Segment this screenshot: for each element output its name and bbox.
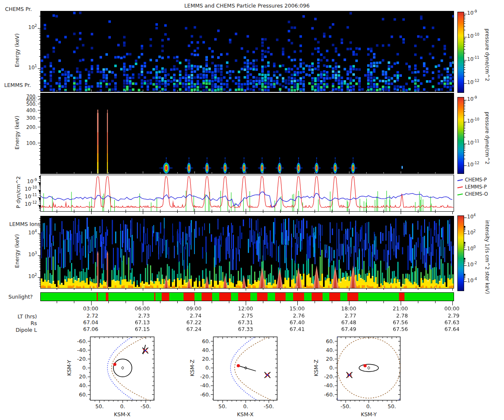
- colorbar-tick-label: 10-11: [467, 140, 479, 146]
- y-minor-tick: [39, 199, 41, 200]
- sunlight-on-segment: [194, 293, 202, 301]
- time-axis-tick: [177, 301, 178, 303]
- y-minor-tick: [39, 208, 41, 208]
- svg-text:20.: 20.: [79, 373, 87, 380]
- y-minor-tick: [39, 256, 41, 257]
- y-minor-tick: [39, 205, 41, 206]
- panel-gap-tick: [366, 289, 367, 290]
- colorbar-minor-tick: [464, 274, 465, 274]
- sunlight-on-segment: [286, 293, 293, 301]
- saturn-origin-diamond: [368, 367, 370, 370]
- lemms-panel-label: LEMMS Pr.: [4, 82, 31, 88]
- y-minor-tick: [39, 286, 41, 286]
- ephemeris-value: 67.22: [176, 319, 202, 326]
- legend-label: LEMMS-P: [465, 184, 487, 190]
- y-major-tick: [38, 277, 41, 278]
- ephemeris-value: 67.56: [383, 326, 408, 332]
- sunlight-off-segment: [329, 293, 340, 301]
- colorbar-tick-label: 10-12: [467, 162, 479, 168]
- panel-gap-tick: [263, 212, 263, 213]
- energy-axis-label-4: Energy (keV): [14, 234, 20, 268]
- colorbar-minor-tick: [464, 65, 465, 66]
- y-minor-tick: [39, 279, 41, 280]
- y-minor-tick: [39, 32, 41, 32]
- y-minor-tick: [39, 203, 41, 203]
- colorbar-tick-label: 10-9: [467, 10, 477, 16]
- time-axis-tick: [74, 301, 74, 303]
- colorbar-lemms-pressure: [457, 97, 464, 174]
- time-axis-tick: [280, 301, 281, 303]
- sunlight-on-segment: [212, 293, 219, 301]
- svg-text:KSM-Z: KSM-Z: [313, 360, 319, 376]
- y-minor-tick: [39, 210, 41, 211]
- time-axis-tick: [212, 301, 212, 303]
- panel-gap-tick: [349, 212, 349, 214]
- colorbar-minor-tick: [464, 107, 465, 107]
- svg-text:60.: 60.: [202, 338, 210, 344]
- y-minor-tick: [39, 183, 41, 184]
- pressure-tick-label: 10-9: [18, 178, 37, 184]
- colorbar-chems-pressure: [457, 12, 464, 93]
- ephemeris-value: 2.79: [434, 312, 459, 319]
- y-minor-tick: [39, 102, 41, 102]
- panel-gap-tick: [246, 212, 246, 214]
- orbit-ticks: [88, 337, 154, 403]
- time-tick-label: 18:00: [331, 305, 356, 312]
- titan-marker: [113, 363, 117, 366]
- y-minor-tick: [39, 237, 41, 237]
- sunlight-off-segment: [293, 293, 304, 301]
- colorbar-minor-tick: [464, 19, 465, 19]
- y-minor-tick: [39, 44, 41, 45]
- y-minor-tick: [39, 242, 41, 243]
- y-minor-tick: [39, 16, 41, 16]
- ephemeris-value: 67.41: [279, 326, 304, 332]
- y-minor-tick: [39, 34, 41, 35]
- y-minor-tick: [39, 257, 41, 258]
- colorbar-minor-tick: [464, 228, 465, 228]
- colorbar-minor-tick: [464, 275, 465, 275]
- colorbar-major-tick: [464, 234, 467, 234]
- time-tick-label: 09:00: [176, 305, 202, 312]
- page-title: LEMMS and CHEMS Particle Pressures 2006:…: [0, 3, 494, 9]
- colorbar-tick-label: 10-12: [467, 79, 479, 85]
- time-axis-tick: [263, 301, 263, 303]
- y-minor-tick: [39, 281, 41, 281]
- energy-tick-label: 101: [18, 65, 37, 71]
- y-minor-tick: [39, 193, 41, 193]
- lemms-ions-spectrogram: [40, 216, 454, 289]
- panel-gap-tick: [280, 212, 281, 213]
- colorbar-minor-tick: [464, 262, 465, 262]
- panel-gap-tick: [315, 289, 315, 290]
- colorbar-tick-label: 10-9: [467, 96, 477, 102]
- sunlight-on-segment: [41, 293, 97, 301]
- ions-panel-label: LEMMS Ions: [9, 221, 40, 227]
- sunlight-on-segment: [304, 293, 312, 301]
- energy-tick-label: 102: [18, 273, 37, 279]
- svg-text:-60.: -60.: [200, 391, 210, 398]
- y-minor-tick: [39, 264, 41, 265]
- colorbar-minor-tick: [464, 64, 465, 64]
- y-major-tick: [38, 234, 41, 234]
- colorbar-minor-tick: [464, 103, 465, 104]
- orbit-plot-ksm-z-vs-ksm-x: 50.0.-50.60.40.20.0.-20.-40.-60.KSM-XKSM…: [189, 336, 277, 417]
- colorbar-minor-tick: [464, 152, 465, 153]
- svg-text:-60.: -60.: [77, 338, 87, 344]
- colorbar-minor-tick: [464, 155, 465, 155]
- colorbar-minor-tick: [464, 38, 465, 39]
- ephemeris-value: 67.13: [125, 319, 150, 326]
- colorbar-minor-tick: [464, 261, 465, 261]
- colorbar-lemms-ions: [457, 215, 464, 291]
- time-axis-tick: [160, 301, 160, 303]
- y-minor-tick: [39, 121, 41, 121]
- orbit-ticks: [211, 337, 277, 403]
- y-minor-tick: [39, 236, 41, 236]
- y-minor-tick: [39, 262, 41, 262]
- y-minor-tick: [39, 148, 41, 149]
- colorbar-minor-tick: [464, 111, 465, 112]
- energy-tick-label: 300.: [18, 115, 37, 121]
- dipole-row-label: Dipole L: [0, 327, 37, 333]
- svg-text:0.: 0.: [82, 365, 87, 371]
- panel-gap-tick: [194, 212, 195, 214]
- panel-gap-tick: [263, 289, 263, 290]
- y-major-tick: [38, 68, 41, 69]
